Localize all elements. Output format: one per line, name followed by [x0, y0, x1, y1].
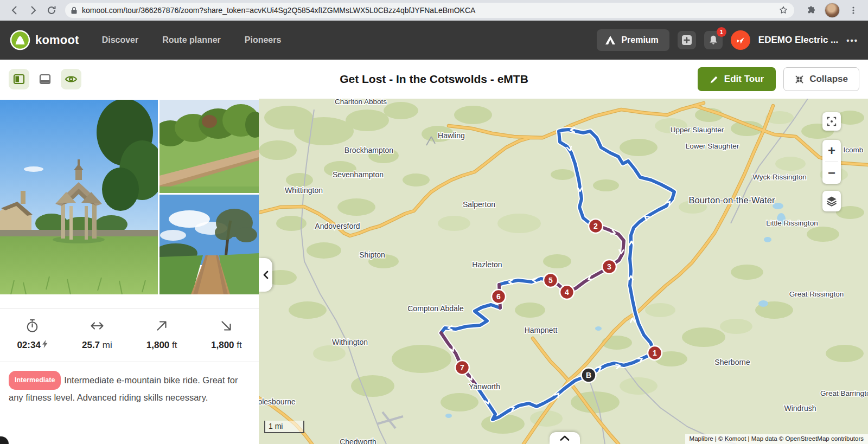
- edit-tour-label: Edit Tour: [724, 74, 764, 85]
- bottom-layout-icon: [39, 73, 52, 86]
- distance-icon: [89, 318, 105, 333]
- sidebar-layout-icon: [12, 73, 25, 86]
- header-more-icon[interactable]: •••: [846, 36, 858, 45]
- stat-duration: 02:34: [0, 318, 65, 351]
- layers-icon: [826, 195, 838, 207]
- map-svg[interactable]: B1234567 Charlton AbbotsHawlingBrockhamp…: [259, 99, 868, 444]
- send-arrow-icon: [736, 35, 745, 45]
- waypoint-start-marker[interactable]: B: [582, 368, 596, 383]
- premium-button[interactable]: Premium: [597, 29, 669, 51]
- descent-arrow-icon: [219, 318, 234, 333]
- tour-stats: 02:34 25.7 mi 1,800 ft 1,800 ft: [0, 308, 259, 362]
- stat-distance: 25.7 mi: [65, 318, 129, 351]
- map-fit-button[interactable]: [822, 112, 841, 131]
- svg-text:B: B: [586, 371, 591, 379]
- map-attribution: Maplibre | © Komoot | Map data © OpenStr…: [685, 434, 868, 444]
- map-place-label: Charlton Abbots: [335, 99, 387, 106]
- svg-text:6: 6: [496, 292, 501, 301]
- map-place-label: Icomb: [844, 146, 864, 154]
- ascent-arrow-icon: [154, 318, 169, 333]
- svg-text:7: 7: [460, 363, 464, 372]
- difficulty-badge: Intermediate: [9, 371, 61, 390]
- map-place-label: Sherborne: [714, 358, 750, 366]
- map-place-label: Chedworth: [340, 437, 376, 444]
- descent-value: 1,800: [211, 340, 234, 350]
- visibility-button[interactable]: [61, 69, 81, 89]
- collapse-icon: [795, 75, 804, 84]
- map-place-label: Brockhampton: [344, 146, 393, 155]
- duration-value: 02:34: [17, 340, 40, 350]
- forward-icon[interactable]: [24, 1, 42, 20]
- url-text: komoot.com/tour/366267876/zoom?share_tok…: [82, 6, 778, 15]
- map-layers-button[interactable]: [822, 191, 841, 211]
- map-container[interactable]: B1234567 Charlton AbbotsHawlingBrockhamp…: [259, 99, 868, 444]
- waypoint-marker[interactable]: 3: [602, 260, 616, 274]
- waypoint-marker[interactable]: 7: [455, 361, 469, 375]
- brand-name: komoot: [35, 33, 79, 47]
- map-place-label: Upper Slaughter: [671, 126, 724, 134]
- waypoint-marker[interactable]: 6: [492, 289, 506, 304]
- map-place-label: Little Rissington: [766, 219, 818, 227]
- nav-route-planner[interactable]: Route planner: [162, 35, 221, 45]
- map-zoom-control: + −: [822, 140, 841, 184]
- address-bar[interactable]: komoot.com/tour/366267876/zoom?share_tok…: [65, 3, 794, 18]
- tour-photo-1[interactable]: [0, 100, 158, 294]
- plus-icon: [681, 34, 693, 46]
- tour-toolbar: Get Lost - In the Cotswolds - eMTB: [0, 60, 868, 99]
- svg-text:4: 4: [565, 288, 569, 297]
- descent-unit: ft: [237, 340, 241, 350]
- collapse-button[interactable]: Collapse: [783, 67, 859, 91]
- premium-mountain-icon: [604, 35, 616, 45]
- zoom-out-button[interactable]: −: [822, 162, 841, 184]
- tour-photo-3[interactable]: [159, 195, 259, 294]
- komoot-logo[interactable]: komoot: [10, 30, 79, 50]
- bell-icon: [708, 35, 719, 46]
- map-place-label: Colesbourne: [259, 397, 296, 406]
- map-place-label: Withington: [332, 338, 368, 346]
- expand-bottom-tab[interactable]: [550, 432, 580, 444]
- reload-icon[interactable]: [42, 1, 61, 20]
- user-name[interactable]: EDEMO Electric ...: [758, 35, 838, 46]
- svg-text:3: 3: [607, 262, 611, 271]
- map-place-label: Hazleton: [472, 260, 502, 269]
- bottom-layout-button[interactable]: [35, 69, 55, 89]
- distance-value: 25.7: [82, 340, 100, 350]
- pencil-icon: [710, 75, 719, 84]
- nav-pioneers[interactable]: Pioneers: [245, 35, 282, 45]
- extensions-icon[interactable]: [802, 1, 820, 20]
- bookmark-star-icon[interactable]: [778, 5, 789, 16]
- map-place-label: Hampnett: [525, 326, 558, 334]
- waypoint-marker[interactable]: 1: [648, 346, 662, 360]
- map-place-label: Whittington: [285, 186, 323, 195]
- chevron-left-icon: [263, 271, 269, 279]
- map-place-label: Hawling: [438, 131, 465, 140]
- browser-profile-avatar[interactable]: [825, 3, 840, 18]
- next-photo-corner: [0, 436, 9, 444]
- nav-discover[interactable]: Discover: [102, 35, 139, 45]
- notifications-button[interactable]: 1: [704, 31, 723, 49]
- map-place-label: Great Barrington: [820, 389, 868, 397]
- stopwatch-icon: [25, 318, 40, 333]
- waypoint-marker[interactable]: 2: [589, 219, 603, 233]
- map-place-label: Compton Abdale: [407, 304, 464, 313]
- map-place-label: Shipton: [359, 250, 385, 259]
- user-avatar[interactable]: [731, 30, 750, 50]
- map-place-label: Andoversford: [315, 222, 360, 230]
- collapse-panel-tab[interactable]: [259, 258, 272, 292]
- back-icon[interactable]: [5, 1, 24, 20]
- tour-photo-2[interactable]: [159, 100, 259, 193]
- zoom-in-button[interactable]: +: [822, 140, 841, 162]
- waypoint-marker[interactable]: 4: [560, 285, 574, 299]
- edit-tour-button[interactable]: Edit Tour: [698, 67, 776, 91]
- tour-description: IntermediateIntermediate e-mountain bike…: [0, 362, 259, 406]
- lock-icon: [71, 7, 78, 15]
- map-place-label: Bourton-on-the-Water: [689, 195, 775, 205]
- sidebar-layout-button[interactable]: [9, 69, 29, 89]
- browser-menu-icon[interactable]: [844, 1, 863, 20]
- add-button[interactable]: [678, 31, 696, 49]
- notification-badge: 1: [717, 27, 726, 37]
- waypoint-marker[interactable]: 5: [544, 273, 558, 287]
- komoot-logo-icon: [10, 30, 30, 50]
- premium-label: Premium: [621, 35, 658, 45]
- map-place-label: Salperton: [463, 200, 495, 209]
